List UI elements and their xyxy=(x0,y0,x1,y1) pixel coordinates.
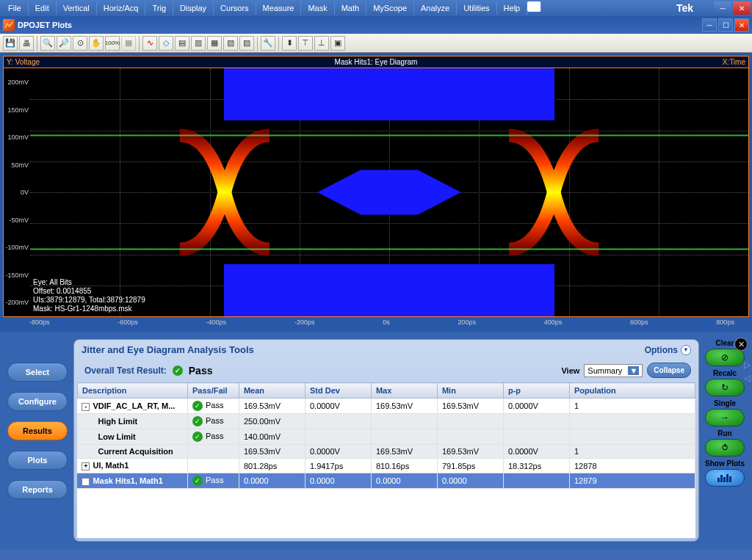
dock4-icon[interactable]: ▣ xyxy=(330,36,345,51)
results-button[interactable]: Results xyxy=(7,421,68,440)
zoom-out-icon[interactable]: 🔎 xyxy=(57,36,71,51)
zoom-fit-icon[interactable]: ⊙ xyxy=(73,36,87,51)
table-cell: 810.16ps xyxy=(371,459,437,473)
table-cell: 1 xyxy=(569,445,695,459)
menu-mask[interactable]: Mask xyxy=(301,1,334,15)
nav-right-icon[interactable]: ▷ xyxy=(744,360,751,370)
menu-display[interactable]: Display xyxy=(173,1,214,15)
table-row[interactable]: +UI, Math1801.28ps1.9417ps810.16ps791.85… xyxy=(77,459,695,473)
table-cell xyxy=(569,414,695,429)
tree-toggle-icon[interactable]: + xyxy=(82,462,90,470)
table-row[interactable]: High Limit✓Pass250.00mV xyxy=(77,414,695,429)
single-button[interactable]: → xyxy=(705,409,745,426)
table-cell: 801.28ps xyxy=(239,459,305,473)
col-population[interactable]: Population xyxy=(569,383,695,399)
menu-horizacq[interactable]: Horiz/Acq xyxy=(97,1,146,15)
col-pp[interactable]: p-p xyxy=(503,383,569,399)
plots-button[interactable]: Plots xyxy=(7,451,68,470)
help-dropdown[interactable]: ▼ xyxy=(527,1,541,12)
window-close-button[interactable]: ✕ xyxy=(734,18,749,32)
menu-math[interactable]: Math xyxy=(335,1,366,15)
plot-area[interactable]: 200mV 150mV 100mV 50mV 0V -50mV -100mV -… xyxy=(3,68,749,317)
tree-toggle-icon[interactable]: - xyxy=(82,403,90,411)
select-button[interactable]: Select xyxy=(7,363,68,382)
menu-help[interactable]: Help xyxy=(497,1,528,15)
svg-rect-1 xyxy=(717,478,720,482)
menu-edit[interactable]: Edit xyxy=(29,1,57,15)
collapse-button[interactable]: Collapse xyxy=(647,363,691,378)
pan-icon[interactable]: ✋ xyxy=(89,36,104,51)
table-cell: 0.0000V xyxy=(305,399,371,414)
col-max[interactable]: Max xyxy=(371,383,437,399)
table-row[interactable]: Current Acquisition169.53mV0.0000V169.53… xyxy=(77,445,695,459)
grid3-icon[interactable]: ▦ xyxy=(207,36,222,51)
select-icon[interactable]: ▦ xyxy=(121,36,136,51)
tree-toggle-icon[interactable]: + xyxy=(82,478,90,486)
grid1-icon[interactable]: ▤ xyxy=(175,36,189,51)
view-select[interactable]: Summary ▼ xyxy=(584,364,643,377)
grid2-icon[interactable]: ▥ xyxy=(191,36,206,51)
y-tick: -50mV xyxy=(5,217,29,224)
table-cell: 1 xyxy=(569,399,695,414)
nav-left-icon[interactable]: ◁ xyxy=(744,373,751,383)
reports-button[interactable]: Reports xyxy=(7,480,68,499)
table-cell: Current Acquisition xyxy=(77,445,187,459)
menu-cursors[interactable]: Cursors xyxy=(214,1,256,15)
table-row[interactable]: -VDIF_AC_LA_RT, M...✓Pass169.53mV0.0000V… xyxy=(77,399,695,414)
options-button[interactable]: Options ▼ xyxy=(645,345,691,355)
plot-container: Y: Voltage Mask Hits1: Eye Diagram X:Tim… xyxy=(0,53,752,332)
cursor-h-icon[interactable]: ◇ xyxy=(159,36,173,51)
dock3-icon[interactable]: ⊥ xyxy=(314,36,329,51)
recalc-button[interactable]: ↻ xyxy=(705,379,745,396)
zoom-100-icon[interactable]: 100% xyxy=(105,36,120,51)
table-cell: Low Limit xyxy=(77,429,187,445)
dock2-icon[interactable]: ⊤ xyxy=(298,36,313,51)
grid4-icon[interactable]: ▧ xyxy=(223,36,238,51)
results-panel: Jitter and Eye Diagram Analysis Tools Op… xyxy=(73,339,699,542)
save-icon[interactable]: 💾 xyxy=(3,36,18,51)
x-tick: -600ps xyxy=(118,319,138,326)
zoom-in-icon[interactable]: 🔍 xyxy=(40,36,55,51)
window-maximize-button[interactable]: ☐ xyxy=(718,18,733,32)
os-minimize-button[interactable]: ─ xyxy=(714,1,731,15)
col-stddev[interactable]: Std Dev xyxy=(305,383,371,399)
menu-file[interactable]: File xyxy=(1,1,29,15)
left-button-column: Select Configure Results Plots Reports xyxy=(7,339,68,542)
settings-icon[interactable]: 🔧 xyxy=(261,36,275,51)
col-description[interactable]: Description xyxy=(77,383,187,399)
table-row[interactable]: +Mask Hits1, Math1✓Pass0.00000.00000.000… xyxy=(77,473,695,489)
menu-items: File Edit Vertical Horiz/Acq Trig Displa… xyxy=(1,1,541,15)
run-label: Run xyxy=(717,429,731,437)
table-row[interactable]: Low Limit✓Pass140.00mV xyxy=(77,429,695,445)
clear-button[interactable]: ⊘ xyxy=(705,349,745,366)
window-title: DPOJET Plots xyxy=(18,21,72,29)
grid5-icon[interactable]: ▨ xyxy=(239,36,254,51)
table-cell: 1.9417ps xyxy=(305,459,371,473)
show-plots-button[interactable] xyxy=(705,469,745,487)
configure-button[interactable]: Configure xyxy=(7,392,68,411)
pass-icon: ✓ xyxy=(173,366,183,376)
plot-header: Y: Voltage Mask Hits1: Eye Diagram X:Tim… xyxy=(3,56,749,68)
table-cell: ✓Pass xyxy=(187,414,239,429)
dock1-icon[interactable]: ⬍ xyxy=(282,36,297,51)
os-close-button[interactable]: ✕ xyxy=(733,1,751,15)
options-label: Options xyxy=(645,345,678,355)
menu-measure[interactable]: Measure xyxy=(256,1,302,15)
table-cell: 169.53mV xyxy=(239,399,305,414)
table-cell: 169.53mV xyxy=(437,399,503,414)
menu-vertical[interactable]: Vertical xyxy=(57,1,97,15)
run-button[interactable]: ⥀ xyxy=(705,439,745,457)
col-min[interactable]: Min xyxy=(437,383,503,399)
col-mean[interactable]: Mean xyxy=(239,383,305,399)
menu-myscope[interactable]: MyScope xyxy=(366,1,414,15)
menu-trig[interactable]: Trig xyxy=(145,1,173,15)
col-passfail[interactable]: Pass/Fail xyxy=(187,383,239,399)
menu-utilities[interactable]: Utilities xyxy=(457,1,496,15)
panel-close-button[interactable]: ✕ xyxy=(734,338,748,351)
print-icon[interactable]: 🖶 xyxy=(19,36,34,51)
menu-analyze[interactable]: Analyze xyxy=(414,1,457,15)
x-tick: 0s xyxy=(383,319,390,326)
cursor-v-icon[interactable]: ∿ xyxy=(142,36,157,51)
window-minimize-button[interactable]: ─ xyxy=(702,18,717,32)
view-value: Summary xyxy=(588,366,622,375)
